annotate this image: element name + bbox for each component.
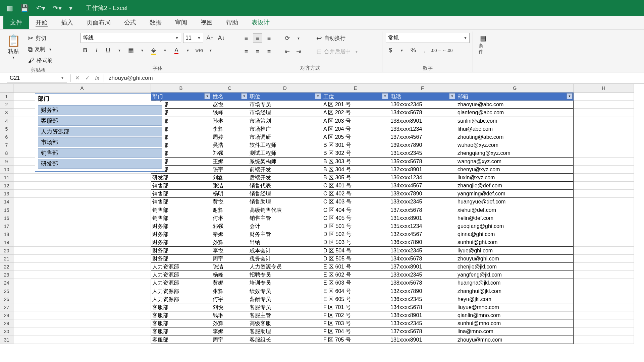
table-header-cell[interactable]: 姓名▼: [211, 93, 248, 101]
cell[interactable]: 郭强: [211, 222, 248, 230]
row-header[interactable]: 15: [0, 206, 13, 214]
cell[interactable]: 销售部: [151, 182, 211, 190]
cell[interactable]: [13, 295, 151, 303]
cell[interactable]: [13, 206, 151, 214]
cell[interactable]: 杨明: [211, 190, 248, 198]
cell[interactable]: [574, 230, 634, 238]
filter-dropdown-icon[interactable]: ▼: [567, 93, 573, 99]
cell[interactable]: 客服助理: [248, 327, 322, 336]
cell[interactable]: 136xxxx2345: [389, 101, 456, 109]
slicer-item[interactable]: 人力资源部: [38, 127, 162, 136]
cell[interactable]: 人力资源部: [151, 263, 211, 271]
cell[interactable]: 销售主管: [248, 214, 322, 222]
column-header[interactable]: A: [13, 84, 151, 93]
cell[interactable]: 人力资源部: [151, 279, 211, 287]
row-header[interactable]: 6: [0, 133, 13, 141]
row-header[interactable]: 27: [0, 303, 13, 311]
cell[interactable]: F 区 705 号: [322, 336, 389, 344]
cell[interactable]: yangming@def.com: [456, 190, 574, 198]
cell[interactable]: 何琳: [211, 214, 248, 222]
autosave-icon[interactable]: ▦: [7, 4, 13, 12]
filter-dropdown-icon[interactable]: ▼: [449, 93, 455, 99]
menu-review[interactable]: 审阅: [168, 16, 194, 29]
cell[interactable]: [13, 327, 151, 336]
cell[interactable]: liyue@ghi.com: [456, 247, 574, 255]
cell[interactable]: 客服主管: [248, 311, 322, 319]
cell[interactable]: 客服部: [151, 336, 211, 344]
cell[interactable]: 客服部: [151, 303, 211, 311]
undo-icon[interactable]: ↶▾: [36, 4, 45, 12]
cell[interactable]: [13, 336, 151, 344]
row-header[interactable]: 7: [0, 141, 13, 149]
cell[interactable]: 张辉: [211, 287, 248, 295]
cell[interactable]: huangyue@def.com: [456, 198, 574, 206]
cell[interactable]: chenjie@jkl.com: [456, 263, 574, 271]
row-header[interactable]: 13: [0, 190, 13, 198]
cell[interactable]: [574, 238, 634, 246]
cell[interactable]: [13, 255, 151, 263]
cell[interactable]: 136xxxx7890: [389, 238, 456, 246]
cell[interactable]: [574, 158, 634, 166]
chevron-down-icon[interactable]: ▼: [206, 46, 215, 55]
cell[interactable]: 周婷: [211, 133, 248, 141]
cell[interactable]: liuyue@mno.com: [456, 303, 574, 311]
cell[interactable]: [574, 214, 634, 222]
underline-button[interactable]: U: [103, 46, 113, 55]
font-size-select[interactable]: 11▼: [183, 33, 203, 43]
cell[interactable]: C 区 403 号: [322, 198, 389, 206]
cell[interactable]: 销售部: [151, 206, 211, 214]
cell[interactable]: 137xxxx4567: [389, 133, 456, 141]
cell[interactable]: [13, 303, 151, 311]
cell[interactable]: 销售代表: [248, 182, 322, 190]
orientation-icon[interactable]: ⟳: [282, 34, 292, 43]
cell[interactable]: sunhui@ghi.com: [456, 238, 574, 246]
cell[interactable]: 薪酬专员: [248, 295, 322, 303]
cell[interactable]: sunlin@abc.com: [456, 117, 574, 125]
cell[interactable]: [574, 311, 634, 319]
cell[interactable]: 刘悦: [211, 303, 248, 311]
cell[interactable]: 财务部: [151, 255, 211, 263]
cell[interactable]: E 区 602 号: [322, 271, 389, 279]
decrease-decimal-icon[interactable]: ←.00: [443, 46, 452, 55]
cell[interactable]: 133xxxx2345: [389, 271, 456, 279]
cell[interactable]: chenyu@xyz.com: [456, 166, 574, 174]
column-header[interactable]: D: [248, 84, 322, 93]
menu-home[interactable]: 开始: [29, 16, 54, 29]
cell[interactable]: 张洁: [211, 182, 248, 190]
name-box[interactable]: G21 ▼: [7, 74, 67, 82]
cell[interactable]: helin@def.com: [456, 214, 574, 222]
cell[interactable]: qinna@ghi.com: [456, 230, 574, 238]
cell[interactable]: 客服部: [151, 327, 211, 336]
merge-center-button[interactable]: ⊟合并后居中▼: [314, 46, 361, 57]
cell[interactable]: 138xxxx8901: [389, 311, 456, 319]
italic-button[interactable]: I: [92, 46, 101, 55]
cell[interactable]: 人力资源部: [151, 271, 211, 279]
cell[interactable]: 136xxxx2345: [389, 295, 456, 303]
cell[interactable]: 财务部: [151, 247, 211, 255]
filter-dropdown-icon[interactable]: ▼: [315, 93, 321, 99]
cell[interactable]: 财务部: [151, 238, 211, 246]
cell[interactable]: [574, 319, 634, 327]
cell[interactable]: 市场调研: [248, 133, 322, 141]
cell[interactable]: 财务主管: [248, 230, 322, 238]
cell[interactable]: 高级销售代表: [248, 206, 322, 214]
cell[interactable]: [574, 125, 634, 133]
cell[interactable]: [13, 311, 151, 319]
number-format-select[interactable]: 常规▼: [386, 33, 470, 43]
cell[interactable]: 后端开发: [248, 174, 322, 182]
align-right-icon[interactable]: ≡: [264, 47, 274, 56]
cell[interactable]: [574, 247, 634, 255]
menu-view[interactable]: 视图: [194, 16, 219, 29]
wrap-text-button[interactable]: ↩自动换行: [314, 33, 348, 44]
cell[interactable]: F 区 704 号: [322, 327, 389, 336]
align-left-icon[interactable]: ≡: [241, 47, 251, 56]
cell[interactable]: 系统架构师: [248, 158, 322, 166]
increase-indent-icon[interactable]: ⇥: [294, 47, 303, 56]
cell[interactable]: E 区 604 号: [322, 287, 389, 295]
comma-icon[interactable]: ,: [420, 46, 429, 55]
cell[interactable]: 培训专员: [248, 279, 322, 287]
cell[interactable]: 134xxxx5678: [389, 109, 456, 117]
row-header[interactable]: 10: [0, 166, 13, 174]
select-all-corner[interactable]: [0, 84, 13, 93]
cell[interactable]: [574, 255, 634, 263]
